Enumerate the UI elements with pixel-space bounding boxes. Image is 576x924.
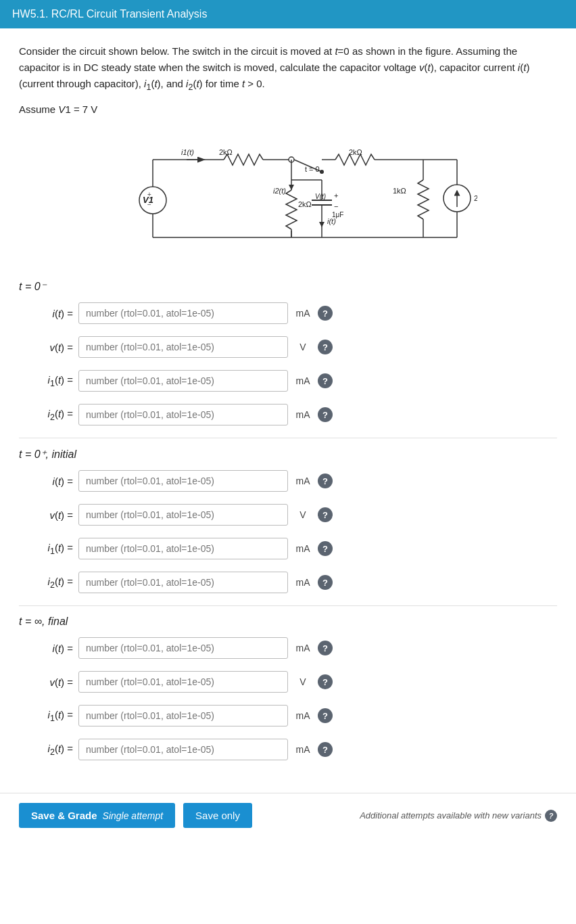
main-content: Consider the circuit shown below. The sw… [0, 28, 576, 786]
field-row-s2_i1t: i1(t) =mA? [19, 705, 557, 726]
help-icon-s0_it[interactable]: ? [318, 306, 333, 321]
field-row-s1_i2t: i2(t) =mA? [19, 572, 557, 593]
section-label-1: t = 0⁺, initial [19, 448, 557, 461]
unit-s2_it: mA [293, 643, 312, 653]
field-row-s0_i2t: i2(t) =mA? [19, 404, 557, 425]
input-s1_it[interactable] [78, 470, 288, 492]
footer-note-text: Additional attempts available with new v… [360, 810, 542, 821]
page-header: HW5.1. RC/RL Circuit Transient Analysis [0, 0, 576, 28]
field-row-s2_it: i(t) =mA? [19, 637, 557, 659]
help-icon-s1_it[interactable]: ? [318, 473, 333, 488]
section-label-0: t = 0⁻ [19, 280, 557, 293]
save-only-label: Save only [195, 810, 240, 821]
field-label-s1_i2t: i2(t) = [19, 576, 73, 590]
field-row-s1_i1t: i1(t) =mA? [19, 538, 557, 559]
field-label-s0_it: i(t) = [19, 308, 73, 319]
unit-s2_i1t: mA [293, 710, 312, 721]
footer-note: Additional attempts available with new v… [360, 810, 557, 822]
field-row-s0_vt: v(t) =V? [19, 336, 557, 358]
save-grade-button[interactable]: Save & Grade Single attempt [19, 803, 175, 828]
svg-text:i2(t): i2(t) [273, 187, 286, 195]
help-icon-s2_vt[interactable]: ? [318, 674, 333, 689]
save-grade-label: Save & Grade [31, 810, 97, 821]
svg-text:2kΩ: 2kΩ [219, 148, 233, 156]
input-s1_vt[interactable] [78, 504, 288, 526]
help-icon-s2_i2t[interactable]: ? [318, 742, 333, 757]
field-label-s2_i1t: i1(t) = [19, 709, 73, 723]
input-s0_vt[interactable] [78, 336, 288, 358]
unit-s1_i2t: mA [293, 577, 312, 588]
help-icon-s0_i2t[interactable]: ? [318, 407, 333, 422]
svg-text:−: − [147, 201, 151, 208]
input-s0_it[interactable] [78, 302, 288, 324]
footer: Save & Grade Single attempt Save only Ad… [0, 793, 576, 837]
field-label-s2_it: i(t) = [19, 643, 73, 654]
field-label-s0_vt: v(t) = [19, 342, 73, 353]
unit-s1_vt: V [293, 509, 312, 520]
unit-s2_vt: V [293, 676, 312, 687]
field-label-s2_i2t: i2(t) = [19, 743, 73, 757]
help-icon-s2_it[interactable]: ? [318, 641, 333, 655]
field-row-s0_i1t: i1(t) =mA? [19, 370, 557, 392]
help-icon-s1_i2t[interactable]: ? [318, 575, 333, 590]
unit-s0_i1t: mA [293, 375, 312, 386]
page-wrapper: HW5.1. RC/RL Circuit Transient Analysis … [0, 0, 576, 924]
svg-text:t = 0: t = 0 [305, 165, 320, 173]
input-s0_i2t[interactable] [78, 404, 288, 425]
field-row-s1_it: i(t) =mA? [19, 470, 557, 492]
svg-text:+: + [147, 191, 151, 198]
svg-text:2kΩ: 2kΩ [298, 200, 312, 208]
section-label-2: t = ∞, final [19, 616, 557, 628]
svg-text:−: − [334, 202, 338, 210]
input-s2_i1t[interactable] [78, 705, 288, 726]
help-icon-s0_i1t[interactable]: ? [318, 373, 333, 388]
field-label-s0_i2t: i2(t) = [19, 408, 73, 422]
field-row-s2_i2t: i2(t) =mA? [19, 739, 557, 760]
input-s1_i1t[interactable] [78, 538, 288, 559]
field-label-s1_it: i(t) = [19, 476, 73, 487]
unit-s2_i2t: mA [293, 744, 312, 755]
unit-s0_i2t: mA [293, 409, 312, 420]
field-row-s0_it: i(t) =mA? [19, 302, 557, 324]
sections-container: t = 0⁻i(t) =mA?v(t) =V?i1(t) =mA?i2(t) =… [19, 280, 557, 760]
svg-text:1kΩ: 1kΩ [393, 187, 406, 195]
help-icon-s2_i1t[interactable]: ? [318, 708, 333, 723]
field-row-s1_vt: v(t) =V? [19, 504, 557, 526]
svg-text:i(t): i(t) [327, 217, 336, 225]
svg-text:V(t): V(t) [315, 193, 326, 200]
circuit-diagram: V1 + − i1(t) 2kΩ [19, 126, 557, 268]
circuit-svg: V1 + − i1(t) 2kΩ [99, 126, 477, 268]
unit-s0_vt: V [293, 342, 312, 352]
help-icon-s1_vt[interactable]: ? [318, 507, 333, 522]
field-row-s2_vt: v(t) =V? [19, 671, 557, 693]
save-only-button[interactable]: Save only [183, 803, 252, 828]
field-label-s1_vt: v(t) = [19, 509, 73, 521]
input-s1_i2t[interactable] [78, 572, 288, 593]
unit-s1_it: mA [293, 476, 312, 486]
problem-description: Consider the circuit shown below. The sw… [19, 43, 557, 94]
single-attempt-label: Single attempt [103, 810, 164, 821]
field-label-s2_vt: v(t) = [19, 676, 73, 688]
input-s0_i1t[interactable] [78, 370, 288, 392]
unit-s1_i1t: mA [293, 543, 312, 554]
input-s2_vt[interactable] [78, 671, 288, 693]
svg-text:2 mA: 2 mA [474, 194, 477, 202]
svg-marker-21 [289, 185, 294, 190]
svg-point-12 [320, 170, 324, 174]
help-icon-s0_vt[interactable]: ? [318, 340, 333, 354]
input-s2_i2t[interactable] [78, 739, 288, 760]
page-title: HW5.1. RC/RL Circuit Transient Analysis [12, 8, 207, 20]
svg-text:+: + [334, 191, 338, 200]
footer-help-icon[interactable]: ? [545, 810, 557, 822]
unit-s0_it: mA [293, 308, 312, 319]
svg-text:i1(t): i1(t) [181, 148, 194, 156]
input-s2_it[interactable] [78, 637, 288, 659]
help-icon-s1_i1t[interactable]: ? [318, 541, 333, 556]
field-label-s1_i1t: i1(t) = [19, 542, 73, 556]
assume-text: Assume V1 = 7 V [19, 103, 557, 115]
svg-marker-33 [319, 222, 325, 227]
field-label-s0_i1t: i1(t) = [19, 374, 73, 388]
